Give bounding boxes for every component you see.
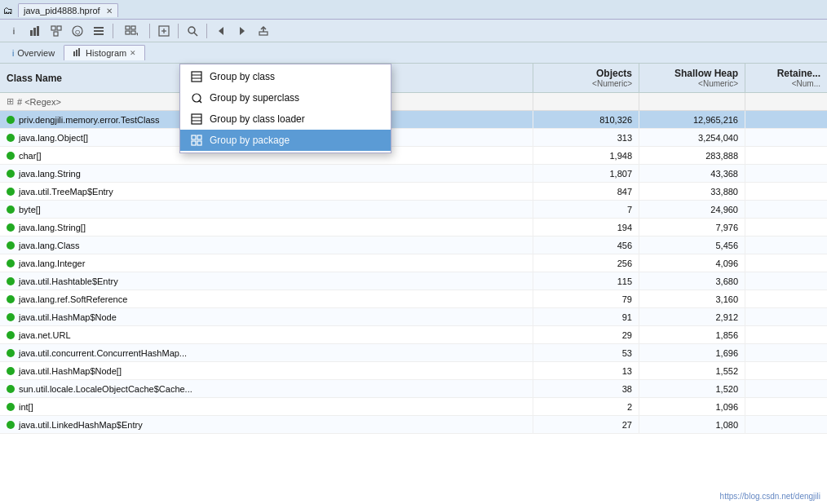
svg-rect-5	[54, 32, 58, 36]
table-row[interactable]: java.lang.Integer2564,096	[0, 254, 827, 272]
class-name-cell: java.lang.ref.SoftReference	[0, 290, 533, 307]
class-name-cell: java.util.TreeMap$Entry	[0, 183, 533, 200]
shallow-heap-cell: 1,520	[639, 380, 745, 397]
objects-cell: 29	[533, 326, 639, 343]
shallow-heap-cell: 33,880	[639, 183, 745, 200]
objects-cell: 38	[533, 380, 639, 397]
table-row[interactable]: java.util.Hashtable$Entry1153,680	[0, 272, 827, 290]
overview-tab[interactable]: i Overview	[3, 46, 64, 60]
regex-objects-cell	[533, 93, 639, 110]
table-row[interactable]: int[]21,096	[0, 398, 827, 416]
table-row[interactable]: java.lang.ref.SoftReference793,160	[0, 290, 827, 308]
dominator-toolbar-btn[interactable]	[47, 22, 65, 40]
retained-cell	[745, 272, 827, 290]
shallow-heap-cell: 3,254,040	[639, 129, 745, 146]
table-row[interactable]: char[]1,948283,888	[0, 147, 827, 165]
retained-col-sub: <Num...	[792, 79, 820, 88]
svg-rect-2	[37, 26, 39, 36]
retained-cell	[745, 362, 827, 379]
calc-toolbar-btn[interactable]	[155, 22, 173, 40]
shallow-heap-cell: 3,160	[639, 290, 745, 307]
shallow-heap-cell: 1,096	[639, 398, 745, 415]
table-row[interactable]: java.lang.String1,80743,368	[0, 165, 827, 183]
histogram-tab[interactable]: Histogram ✕	[64, 45, 145, 60]
group-by-classloader-label: Group by class loader	[210, 113, 305, 125]
shallow-heap-col-header[interactable]: Shallow Heap <Numeric>	[639, 64, 745, 92]
retained-cell	[745, 290, 827, 307]
class-icon	[7, 403, 15, 411]
tab-title: java_pid4888.hprof	[24, 6, 100, 15]
table-row[interactable]: java.util.HashMap$Node[]131,552	[0, 362, 827, 380]
histogram-toolbar-btn[interactable]	[26, 22, 44, 40]
group-by-classloader-icon	[190, 113, 203, 126]
class-name-cell: byte[]	[0, 201, 533, 218]
query-toolbar-btn[interactable]: Q	[69, 22, 86, 40]
export-btn[interactable]	[254, 22, 272, 40]
svg-rect-27	[78, 48, 80, 56]
class-name-cell: int[]	[0, 398, 533, 415]
group-by-class-label: Group by class	[210, 71, 275, 82]
table-row[interactable]: java.util.HashMap$Node912,912	[0, 308, 827, 326]
objects-cell: 7	[533, 201, 639, 218]
class-icon	[7, 331, 15, 339]
tab-close-btn[interactable]: ✕	[106, 7, 113, 15]
svg-rect-23	[259, 32, 268, 35]
class-icon	[7, 223, 15, 232]
dropdown-menu: Group by classGroup by superclassGroup b…	[179, 64, 391, 153]
table-row[interactable]: byte[]724,960	[0, 201, 827, 219]
regex-shallow-cell	[639, 93, 745, 110]
retained-cell	[745, 219, 827, 236]
svg-rect-12	[126, 31, 130, 34]
group-by-class-icon	[190, 70, 203, 83]
nav-back-btn[interactable]	[212, 22, 230, 40]
main-content: Class Name Objects <Numeric> Shallow Hea…	[0, 64, 827, 504]
svg-rect-11	[126, 26, 130, 29]
objects-cell: 256	[533, 254, 639, 272]
shallow-heap-cell: 43,368	[639, 165, 745, 182]
svg-line-20	[194, 33, 197, 36]
sep1	[113, 24, 113, 38]
tab-label[interactable]: java_pid4888.hprof ✕	[18, 3, 118, 17]
table-row[interactable]: java.lang.Object[]3133,254,040	[0, 129, 827, 147]
svg-rect-33	[192, 114, 201, 124]
retained-cell	[745, 147, 827, 164]
regex-row: ⊞ # <Regex>	[0, 93, 827, 111]
table-row[interactable]: java.lang.Class4565,456	[0, 237, 827, 254]
group-by-classloader[interactable]: Group by class loader	[180, 108, 391, 130]
table-row[interactable]: java.lang.String[]1947,976	[0, 219, 827, 237]
sep4	[206, 24, 207, 38]
retained-cell	[745, 201, 827, 218]
retained-cell	[745, 398, 827, 415]
svg-text:▾: ▾	[136, 31, 138, 37]
table-row[interactable]: java.util.LinkedHashMap$Entry271,080	[0, 416, 827, 434]
info-toolbar-btn[interactable]: i	[5, 22, 23, 40]
class-name-cell: java.util.Hashtable$Entry	[0, 272, 533, 290]
table-row[interactable]: sun.util.locale.LocaleObjectCache$Cache.…	[0, 380, 827, 398]
table-row[interactable]: java.net.URL291,856	[0, 326, 827, 344]
shallow-heap-col-label: Shallow Heap	[674, 68, 738, 79]
retained-cell	[745, 111, 827, 128]
group-by-package[interactable]: Group by package	[180, 130, 391, 151]
histogram-tab-close[interactable]: ✕	[130, 49, 136, 57]
regex-input[interactable]: # <Regex>	[17, 97, 61, 107]
nav-forward-btn[interactable]	[233, 22, 251, 40]
table-row[interactable]: java.util.concurrent.ConcurrentHashMap..…	[0, 344, 827, 362]
objects-cell: 53	[533, 344, 639, 361]
objects-col-header[interactable]: Objects <Numeric>	[533, 64, 639, 92]
group-by-superclass[interactable]: Group by superclass	[180, 87, 391, 108]
group-by-class[interactable]: Group by class	[180, 66, 391, 87]
svg-rect-14	[131, 31, 135, 34]
class-icon	[7, 170, 15, 178]
class-icon	[7, 385, 15, 393]
table-row[interactable]: java.util.TreeMap$Entry84733,880	[0, 183, 827, 201]
view-toolbar-btn[interactable]	[90, 22, 108, 40]
retained-col-header[interactable]: Retaine... <Num...	[745, 64, 827, 92]
groupby-toolbar-btn[interactable]: ▾	[118, 22, 144, 40]
objects-cell: 313	[533, 129, 639, 146]
class-icon	[7, 116, 15, 124]
svg-line-32	[199, 100, 201, 103]
table-row[interactable]: priv.dengjili.memory.error.TestClass810,…	[0, 111, 827, 129]
svg-text:Q: Q	[75, 29, 80, 36]
search-toolbar-btn[interactable]	[184, 22, 201, 40]
group-by-package-icon	[190, 134, 203, 147]
